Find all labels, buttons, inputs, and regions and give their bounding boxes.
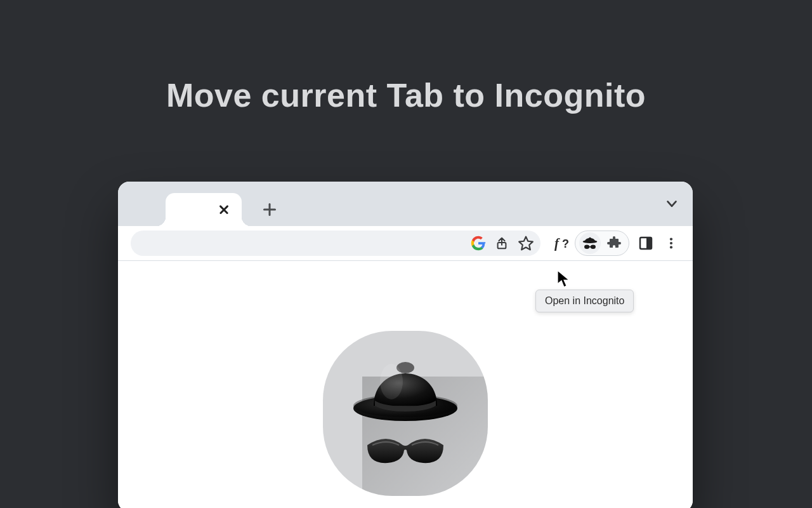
extension-logo-badge [323, 331, 488, 496]
promo-headline: Move current Tab to Incognito [0, 76, 812, 114]
svg-point-4 [589, 237, 591, 239]
svg-point-10 [670, 237, 672, 240]
svg-point-11 [670, 242, 672, 244]
chevron-down-icon [665, 197, 679, 211]
svg-text:f: f [554, 236, 560, 251]
svg-rect-9 [646, 238, 651, 248]
plus-icon [263, 203, 276, 216]
svg-point-6 [591, 244, 596, 249]
puzzle-icon [606, 236, 622, 251]
incognito-icon [582, 236, 598, 251]
new-tab-button[interactable] [254, 194, 285, 225]
pinned-extensions-group [575, 231, 629, 256]
sidepanel-button[interactable] [633, 231, 658, 256]
sidepanel-icon [638, 236, 653, 251]
svg-point-12 [670, 246, 672, 248]
browser-window: f ? [118, 182, 693, 508]
incognito-extension-button[interactable] [579, 232, 601, 254]
font-extension-icon: f ? [553, 235, 572, 251]
svg-point-16 [380, 364, 403, 399]
active-tab[interactable] [166, 193, 242, 226]
share-button[interactable] [495, 231, 509, 256]
incognito-logo-icon [348, 350, 462, 477]
svg-rect-7 [589, 246, 591, 248]
tab-strip [118, 182, 693, 226]
address-bar[interactable] [131, 231, 540, 256]
tab-search-button[interactable] [665, 197, 679, 211]
kebab-menu-icon [664, 236, 678, 250]
google-logo-icon [471, 236, 486, 251]
browser-toolbar: f ? [118, 226, 693, 261]
bookmark-button[interactable] [518, 231, 534, 256]
share-icon [495, 236, 509, 251]
font-extension-button[interactable]: f ? [549, 231, 575, 256]
star-icon [518, 235, 534, 251]
svg-point-5 [584, 244, 589, 249]
svg-text:?: ? [562, 237, 569, 250]
extensions-button[interactable] [603, 232, 625, 254]
close-icon[interactable] [218, 203, 230, 216]
extension-tooltip: Open in Incognito [535, 290, 634, 312]
browser-menu-button[interactable] [658, 231, 684, 256]
